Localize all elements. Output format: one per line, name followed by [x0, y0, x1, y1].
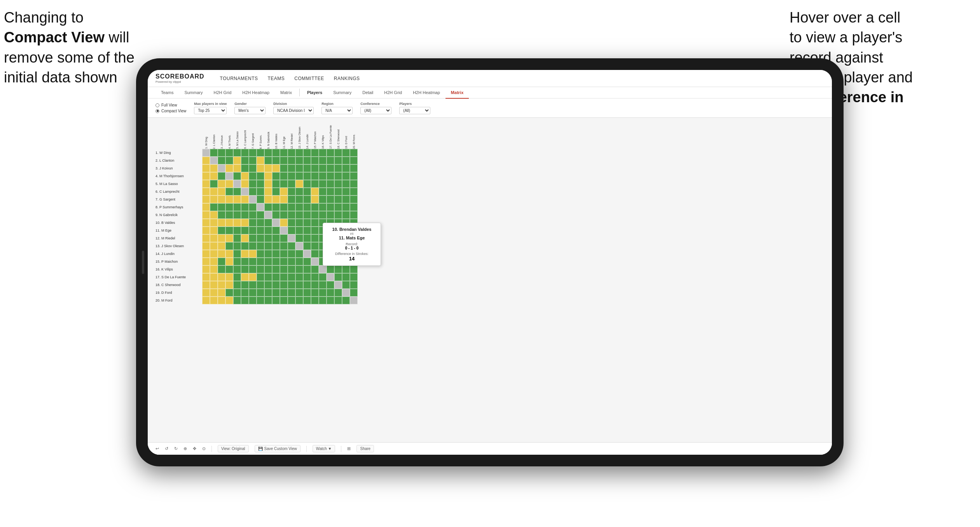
- grid-cell[interactable]: [210, 195, 218, 203]
- grid-cell[interactable]: [272, 180, 280, 188]
- grid-cell[interactable]: [280, 227, 288, 234]
- grid-cell[interactable]: [342, 289, 350, 297]
- grid-cell[interactable]: [311, 219, 319, 227]
- grid-cell[interactable]: [225, 188, 233, 195]
- grid-cell[interactable]: [334, 164, 342, 172]
- sub-nav-h2h-grid2[interactable]: H2H Grid: [379, 87, 407, 99]
- grid-cell[interactable]: [327, 164, 334, 172]
- grid-cell[interactable]: [249, 195, 257, 203]
- grid-cell[interactable]: [264, 227, 272, 234]
- grid-cell[interactable]: [327, 273, 334, 281]
- grid-cell[interactable]: [272, 188, 280, 195]
- grid-cell[interactable]: [295, 234, 303, 242]
- compact-view-option[interactable]: Compact View: [155, 109, 186, 113]
- grid-cell[interactable]: [311, 289, 319, 297]
- grid-cell[interactable]: [264, 172, 272, 180]
- grid-cell[interactable]: [257, 149, 264, 157]
- grid-cell[interactable]: [233, 172, 241, 180]
- grid-cell[interactable]: [210, 149, 218, 157]
- grid-cell[interactable]: [272, 234, 280, 242]
- grid-cell[interactable]: [319, 180, 327, 188]
- grid-cell[interactable]: [280, 297, 288, 304]
- reset-icon[interactable]: ⊙: [202, 446, 206, 451]
- grid-cell[interactable]: [241, 157, 249, 164]
- grid-cell[interactable]: [350, 273, 358, 281]
- grid-cell[interactable]: [288, 195, 295, 203]
- grid-cell[interactable]: [210, 250, 218, 258]
- grid-cell[interactable]: [202, 149, 210, 157]
- grid-cell[interactable]: [272, 203, 280, 211]
- grid-cell[interactable]: [303, 149, 311, 157]
- grid-cell[interactable]: [225, 195, 233, 203]
- grid-cell[interactable]: [334, 157, 342, 164]
- grid-cell[interactable]: [334, 289, 342, 297]
- grid-cell[interactable]: [342, 180, 350, 188]
- grid-cell[interactable]: [210, 265, 218, 273]
- grid-cell[interactable]: [288, 157, 295, 164]
- grid-cell[interactable]: [327, 211, 334, 219]
- grid-cell[interactable]: [264, 242, 272, 250]
- grid-cell[interactable]: [264, 149, 272, 157]
- grid-cell[interactable]: [295, 211, 303, 219]
- grid-cell[interactable]: [295, 227, 303, 234]
- grid-cell[interactable]: [210, 188, 218, 195]
- grid-cell[interactable]: [327, 157, 334, 164]
- grid-cell[interactable]: [202, 188, 210, 195]
- grid-cell[interactable]: [202, 289, 210, 297]
- sub-nav-detail[interactable]: Detail: [357, 87, 379, 99]
- undo-icon[interactable]: ↩: [155, 446, 159, 451]
- grid-cell[interactable]: [327, 289, 334, 297]
- redo-icon[interactable]: ↺: [165, 446, 168, 451]
- grid-cell[interactable]: [327, 149, 334, 157]
- grid-cell[interactable]: [241, 227, 249, 234]
- grid-cell[interactable]: [319, 289, 327, 297]
- grid-cell[interactable]: [210, 273, 218, 281]
- grid-cell[interactable]: [272, 227, 280, 234]
- grid-cell[interactable]: [241, 234, 249, 242]
- grid-cell[interactable]: [311, 188, 319, 195]
- grid-cell[interactable]: [225, 258, 233, 265]
- grid-cell[interactable]: [257, 195, 264, 203]
- grid-cell[interactable]: [295, 195, 303, 203]
- grid-cell[interactable]: [280, 250, 288, 258]
- grid-cell[interactable]: [303, 164, 311, 172]
- grid-cell[interactable]: [280, 203, 288, 211]
- grid-cell[interactable]: [218, 172, 225, 180]
- grid-cell[interactable]: [280, 242, 288, 250]
- grid-cell[interactable]: [319, 188, 327, 195]
- grid-cell[interactable]: [280, 265, 288, 273]
- grid-cell[interactable]: [280, 164, 288, 172]
- grid-cell[interactable]: [342, 188, 350, 195]
- grid-cell[interactable]: [334, 211, 342, 219]
- grid-cell[interactable]: [257, 258, 264, 265]
- grid-cell[interactable]: [295, 157, 303, 164]
- grid-cell[interactable]: [311, 297, 319, 304]
- grid-cell[interactable]: [218, 242, 225, 250]
- grid-cell[interactable]: [264, 203, 272, 211]
- grid-cell[interactable]: [288, 281, 295, 289]
- grid-cell[interactable]: [257, 219, 264, 227]
- grid-cell[interactable]: [241, 258, 249, 265]
- grid-cell[interactable]: [303, 281, 311, 289]
- grid-cell[interactable]: [288, 188, 295, 195]
- grid-cell[interactable]: [257, 234, 264, 242]
- grid-cell[interactable]: [233, 234, 241, 242]
- grid-cell[interactable]: [249, 297, 257, 304]
- grid-cell[interactable]: [311, 211, 319, 219]
- grid-cell[interactable]: [311, 180, 319, 188]
- grid-cell[interactable]: [327, 297, 334, 304]
- grid-cell[interactable]: [241, 172, 249, 180]
- grid-cell[interactable]: [264, 157, 272, 164]
- grid-cell[interactable]: [249, 281, 257, 289]
- grid-cell[interactable]: [303, 172, 311, 180]
- full-view-radio[interactable]: [155, 103, 159, 107]
- grid-cell[interactable]: [233, 273, 241, 281]
- grid-cell[interactable]: [202, 211, 210, 219]
- grid-cell[interactable]: [233, 281, 241, 289]
- grid-cell[interactable]: [218, 281, 225, 289]
- grid-cell[interactable]: [249, 234, 257, 242]
- grid-cell[interactable]: [327, 195, 334, 203]
- grid-cell[interactable]: [233, 188, 241, 195]
- grid-cell[interactable]: [342, 149, 350, 157]
- grid-cell[interactable]: [280, 188, 288, 195]
